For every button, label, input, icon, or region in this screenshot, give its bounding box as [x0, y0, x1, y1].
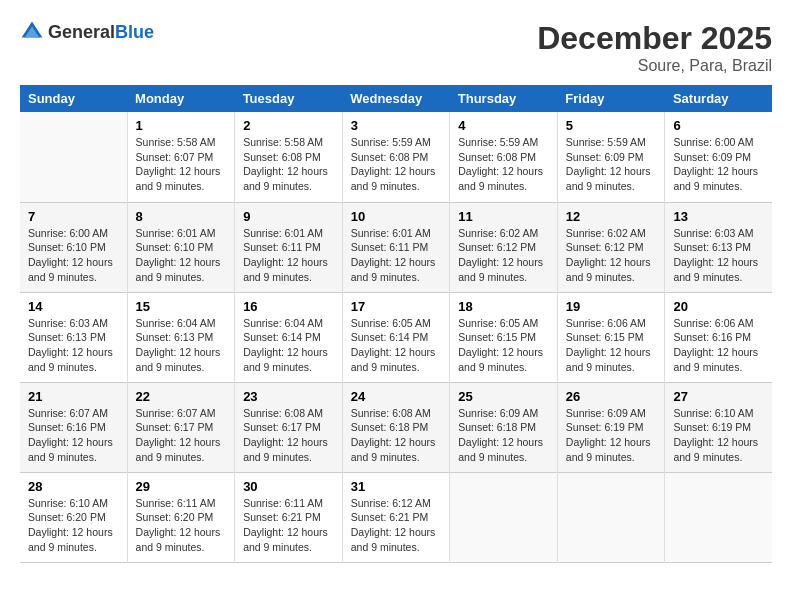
day-number: 26 [566, 389, 657, 404]
day-number: 24 [351, 389, 442, 404]
calendar-cell: 1Sunrise: 5:58 AM Sunset: 6:07 PM Daylig… [127, 112, 235, 202]
calendar-cell [450, 472, 558, 562]
header-sunday: Sunday [20, 85, 127, 112]
calendar-week-3: 14Sunrise: 6:03 AM Sunset: 6:13 PM Dayli… [20, 292, 772, 382]
day-number: 8 [136, 209, 227, 224]
day-number: 13 [673, 209, 764, 224]
calendar-cell: 21Sunrise: 6:07 AM Sunset: 6:16 PM Dayli… [20, 382, 127, 472]
title-block: December 2025 Soure, Para, Brazil [537, 20, 772, 75]
calendar-cell: 13Sunrise: 6:03 AM Sunset: 6:13 PM Dayli… [665, 202, 772, 292]
calendar-cell: 18Sunrise: 6:05 AM Sunset: 6:15 PM Dayli… [450, 292, 558, 382]
calendar-cell: 22Sunrise: 6:07 AM Sunset: 6:17 PM Dayli… [127, 382, 235, 472]
calendar-cell: 19Sunrise: 6:06 AM Sunset: 6:15 PM Dayli… [557, 292, 665, 382]
day-number: 22 [136, 389, 227, 404]
day-info: Sunrise: 6:12 AM Sunset: 6:21 PM Dayligh… [351, 496, 442, 555]
day-info: Sunrise: 6:01 AM Sunset: 6:11 PM Dayligh… [351, 226, 442, 285]
day-info: Sunrise: 6:09 AM Sunset: 6:19 PM Dayligh… [566, 406, 657, 465]
day-info: Sunrise: 6:03 AM Sunset: 6:13 PM Dayligh… [673, 226, 764, 285]
day-info: Sunrise: 6:05 AM Sunset: 6:15 PM Dayligh… [458, 316, 549, 375]
day-number: 10 [351, 209, 442, 224]
day-number: 19 [566, 299, 657, 314]
day-number: 25 [458, 389, 549, 404]
calendar-cell: 8Sunrise: 6:01 AM Sunset: 6:10 PM Daylig… [127, 202, 235, 292]
calendar-table: SundayMondayTuesdayWednesdayThursdayFrid… [20, 85, 772, 563]
day-number: 14 [28, 299, 119, 314]
calendar-cell: 20Sunrise: 6:06 AM Sunset: 6:16 PM Dayli… [665, 292, 772, 382]
logo-text-general: General [48, 22, 115, 42]
header-saturday: Saturday [665, 85, 772, 112]
day-number: 15 [136, 299, 227, 314]
calendar-cell: 31Sunrise: 6:12 AM Sunset: 6:21 PM Dayli… [342, 472, 450, 562]
calendar-cell: 4Sunrise: 5:59 AM Sunset: 6:08 PM Daylig… [450, 112, 558, 202]
calendar-header-row: SundayMondayTuesdayWednesdayThursdayFrid… [20, 85, 772, 112]
day-info: Sunrise: 6:11 AM Sunset: 6:21 PM Dayligh… [243, 496, 334, 555]
calendar-cell [557, 472, 665, 562]
calendar-cell: 23Sunrise: 6:08 AM Sunset: 6:17 PM Dayli… [235, 382, 343, 472]
calendar-cell: 2Sunrise: 5:58 AM Sunset: 6:08 PM Daylig… [235, 112, 343, 202]
header-thursday: Thursday [450, 85, 558, 112]
day-number: 9 [243, 209, 334, 224]
header-friday: Friday [557, 85, 665, 112]
day-info: Sunrise: 6:11 AM Sunset: 6:20 PM Dayligh… [136, 496, 227, 555]
calendar-cell: 9Sunrise: 6:01 AM Sunset: 6:11 PM Daylig… [235, 202, 343, 292]
calendar-cell [20, 112, 127, 202]
day-info: Sunrise: 6:10 AM Sunset: 6:20 PM Dayligh… [28, 496, 119, 555]
logo-icon [20, 20, 44, 44]
day-info: Sunrise: 6:07 AM Sunset: 6:17 PM Dayligh… [136, 406, 227, 465]
day-number: 6 [673, 118, 764, 133]
calendar-week-1: 1Sunrise: 5:58 AM Sunset: 6:07 PM Daylig… [20, 112, 772, 202]
logo-text-blue: Blue [115, 22, 154, 42]
month-title: December 2025 [537, 20, 772, 57]
calendar-cell: 25Sunrise: 6:09 AM Sunset: 6:18 PM Dayli… [450, 382, 558, 472]
header-monday: Monday [127, 85, 235, 112]
day-info: Sunrise: 5:59 AM Sunset: 6:08 PM Dayligh… [458, 135, 549, 194]
day-info: Sunrise: 6:04 AM Sunset: 6:14 PM Dayligh… [243, 316, 334, 375]
day-info: Sunrise: 6:01 AM Sunset: 6:11 PM Dayligh… [243, 226, 334, 285]
calendar-cell: 11Sunrise: 6:02 AM Sunset: 6:12 PM Dayli… [450, 202, 558, 292]
calendar-cell: 12Sunrise: 6:02 AM Sunset: 6:12 PM Dayli… [557, 202, 665, 292]
calendar-cell: 24Sunrise: 6:08 AM Sunset: 6:18 PM Dayli… [342, 382, 450, 472]
day-number: 23 [243, 389, 334, 404]
day-info: Sunrise: 6:08 AM Sunset: 6:17 PM Dayligh… [243, 406, 334, 465]
day-info: Sunrise: 6:01 AM Sunset: 6:10 PM Dayligh… [136, 226, 227, 285]
day-info: Sunrise: 6:06 AM Sunset: 6:16 PM Dayligh… [673, 316, 764, 375]
day-number: 28 [28, 479, 119, 494]
day-number: 11 [458, 209, 549, 224]
calendar-week-4: 21Sunrise: 6:07 AM Sunset: 6:16 PM Dayli… [20, 382, 772, 472]
calendar-cell: 30Sunrise: 6:11 AM Sunset: 6:21 PM Dayli… [235, 472, 343, 562]
calendar-cell: 14Sunrise: 6:03 AM Sunset: 6:13 PM Dayli… [20, 292, 127, 382]
day-info: Sunrise: 6:00 AM Sunset: 6:09 PM Dayligh… [673, 135, 764, 194]
day-number: 7 [28, 209, 119, 224]
day-number: 1 [136, 118, 227, 133]
day-info: Sunrise: 6:09 AM Sunset: 6:18 PM Dayligh… [458, 406, 549, 465]
location-title: Soure, Para, Brazil [537, 57, 772, 75]
day-number: 4 [458, 118, 549, 133]
day-info: Sunrise: 5:59 AM Sunset: 6:09 PM Dayligh… [566, 135, 657, 194]
day-number: 30 [243, 479, 334, 494]
calendar-cell: 27Sunrise: 6:10 AM Sunset: 6:19 PM Dayli… [665, 382, 772, 472]
calendar-cell: 10Sunrise: 6:01 AM Sunset: 6:11 PM Dayli… [342, 202, 450, 292]
calendar-cell: 28Sunrise: 6:10 AM Sunset: 6:20 PM Dayli… [20, 472, 127, 562]
calendar-week-2: 7Sunrise: 6:00 AM Sunset: 6:10 PM Daylig… [20, 202, 772, 292]
logo: GeneralBlue [20, 20, 154, 44]
day-info: Sunrise: 6:00 AM Sunset: 6:10 PM Dayligh… [28, 226, 119, 285]
calendar-cell: 26Sunrise: 6:09 AM Sunset: 6:19 PM Dayli… [557, 382, 665, 472]
header-tuesday: Tuesday [235, 85, 343, 112]
day-info: Sunrise: 5:58 AM Sunset: 6:08 PM Dayligh… [243, 135, 334, 194]
day-number: 16 [243, 299, 334, 314]
day-number: 12 [566, 209, 657, 224]
day-number: 21 [28, 389, 119, 404]
day-number: 29 [136, 479, 227, 494]
day-info: Sunrise: 6:03 AM Sunset: 6:13 PM Dayligh… [28, 316, 119, 375]
day-info: Sunrise: 6:06 AM Sunset: 6:15 PM Dayligh… [566, 316, 657, 375]
calendar-cell: 6Sunrise: 6:00 AM Sunset: 6:09 PM Daylig… [665, 112, 772, 202]
day-number: 17 [351, 299, 442, 314]
day-info: Sunrise: 6:04 AM Sunset: 6:13 PM Dayligh… [136, 316, 227, 375]
day-number: 18 [458, 299, 549, 314]
calendar-cell: 29Sunrise: 6:11 AM Sunset: 6:20 PM Dayli… [127, 472, 235, 562]
day-number: 2 [243, 118, 334, 133]
calendar-cell: 5Sunrise: 5:59 AM Sunset: 6:09 PM Daylig… [557, 112, 665, 202]
day-info: Sunrise: 6:02 AM Sunset: 6:12 PM Dayligh… [566, 226, 657, 285]
day-number: 3 [351, 118, 442, 133]
day-info: Sunrise: 6:07 AM Sunset: 6:16 PM Dayligh… [28, 406, 119, 465]
